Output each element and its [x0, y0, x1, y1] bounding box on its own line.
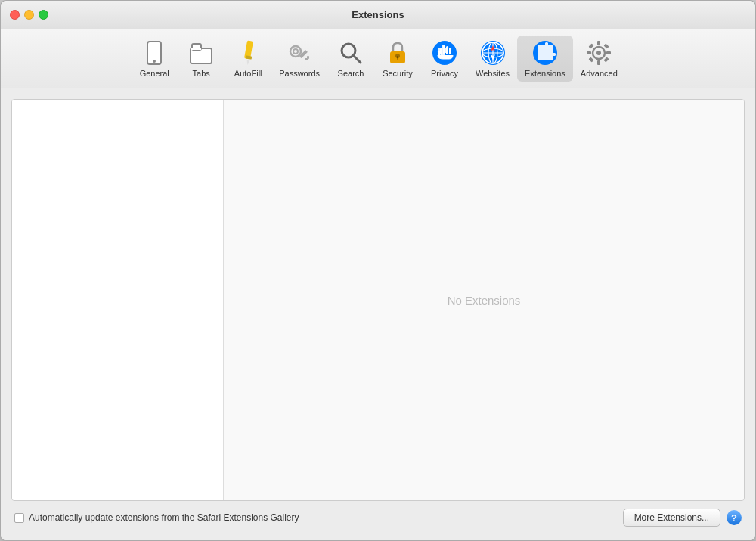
bottom-right-actions: More Extensions... ? — [623, 509, 742, 527]
tab-advanced-label: Advanced — [581, 69, 618, 78]
bottom-bar: Automatically update extensions from the… — [11, 509, 745, 530]
tab-search[interactable]: Search — [327, 36, 374, 82]
safari-preferences-window: Extensions General Tabs — [0, 0, 756, 541]
more-extensions-button[interactable]: More Extensions... — [623, 509, 720, 527]
minimize-button[interactable] — [24, 10, 34, 20]
svg-rect-22 — [440, 48, 442, 55]
tab-search-label: Search — [338, 69, 364, 78]
general-icon — [141, 39, 168, 66]
window-title: Extensions — [352, 9, 404, 20]
auto-update-checkbox[interactable] — [14, 513, 24, 523]
passwords-icon — [286, 39, 313, 66]
tab-privacy[interactable]: Privacy — [421, 36, 468, 82]
tab-extensions[interactable]: Extensions — [517, 36, 573, 82]
svg-rect-35 — [597, 60, 600, 65]
maximize-button[interactable] — [39, 10, 48, 20]
svg-rect-20 — [446, 46, 448, 54]
search-icon — [337, 39, 364, 66]
websites-icon — [479, 39, 507, 66]
advanced-icon — [585, 39, 612, 66]
svg-point-33 — [596, 51, 601, 55]
svg-rect-38 — [589, 43, 594, 48]
tab-advanced[interactable]: Advanced — [573, 36, 625, 82]
svg-rect-39 — [604, 43, 609, 48]
tab-autofill-label: AutoFill — [234, 69, 262, 78]
security-icon — [384, 39, 411, 66]
tab-websites-label: Websites — [476, 69, 510, 78]
content-area: No Extensions Automatically update exten… — [1, 88, 755, 540]
auto-update-label: Automatically update extensions from the… — [29, 512, 299, 523]
tab-autofill[interactable]: AutoFill — [225, 36, 271, 82]
svg-rect-34 — [597, 41, 600, 45]
svg-rect-19 — [443, 45, 445, 54]
svg-point-9 — [293, 49, 298, 54]
svg-rect-40 — [589, 57, 594, 62]
tab-security-label: Security — [383, 69, 413, 78]
svg-rect-23 — [438, 51, 440, 56]
extensions-icon — [531, 39, 559, 66]
svg-marker-7 — [246, 60, 250, 66]
tab-general[interactable]: General — [131, 36, 178, 82]
tab-tabs[interactable]: Tabs — [178, 36, 225, 82]
tab-privacy-label: Privacy — [431, 69, 458, 78]
extensions-detail-panel: No Extensions — [224, 100, 744, 500]
autofill-icon — [234, 39, 262, 66]
svg-rect-41 — [604, 57, 609, 62]
tabs-icon — [187, 39, 215, 66]
no-extensions-label: No Extensions — [448, 294, 521, 307]
svg-rect-37 — [606, 51, 611, 54]
auto-update-row: Automatically update extensions from the… — [14, 512, 299, 523]
tab-security[interactable]: Security — [374, 36, 421, 82]
toolbar: General Tabs AutoFill — [1, 29, 755, 88]
traffic-lights — [10, 10, 48, 20]
extensions-list-panel — [12, 100, 224, 500]
tab-passwords-label: Passwords — [279, 69, 320, 78]
svg-rect-17 — [397, 56, 398, 60]
tab-general-label: General — [140, 69, 169, 78]
svg-rect-12 — [307, 56, 309, 59]
svg-rect-6 — [246, 55, 253, 59]
titlebar: Extensions — [1, 1, 755, 29]
svg-rect-36 — [587, 51, 591, 54]
help-button[interactable]: ? — [727, 510, 742, 525]
svg-rect-21 — [449, 48, 451, 54]
svg-point-1 — [153, 60, 156, 63]
privacy-icon — [431, 39, 458, 66]
tab-extensions-label: Extensions — [525, 69, 565, 78]
tab-tabs-label: Tabs — [193, 69, 210, 78]
tab-passwords[interactable]: Passwords — [271, 36, 327, 82]
panels-container: No Extensions — [11, 99, 745, 501]
svg-point-8 — [290, 46, 301, 57]
tab-websites[interactable]: Websites — [468, 36, 517, 82]
svg-line-14 — [353, 55, 361, 63]
close-button[interactable] — [10, 10, 20, 20]
